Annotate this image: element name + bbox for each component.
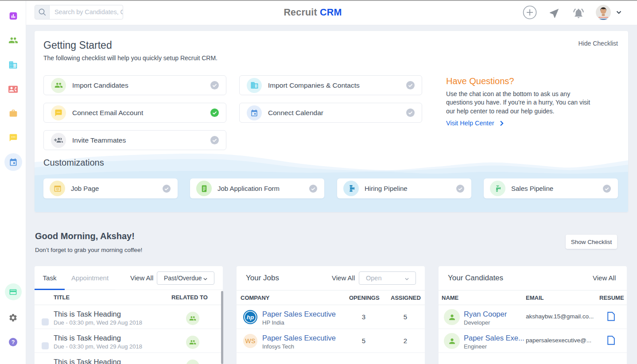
svg-text:hp: hp [247,314,254,321]
